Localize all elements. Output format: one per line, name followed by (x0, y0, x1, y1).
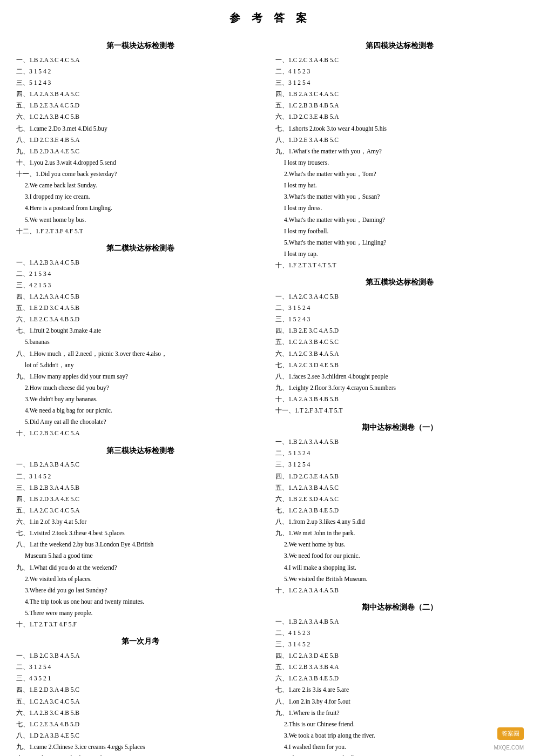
answer-line: 一、1.B 2.A 3.A 4.B 5.A (275, 616, 524, 627)
answer-line: 4.Here is a postcard from Lingling. (25, 202, 265, 213)
answer-line: 七、1.shorts 2.took 3.to wear 4.bought 5.h… (275, 123, 524, 134)
answer-line: 十、1.you 2.us 3.wait 4.dropped 5.send (16, 157, 265, 168)
answer-line: 九、1.What did you do at the weekend? (16, 562, 265, 573)
answer-line: 九、1.eighty 2.floor 3.forty 4.crayon 5.nu… (275, 382, 524, 393)
answer-line: 5.There is a crayon on the floor. (284, 753, 524, 756)
answer-line: 二、3 1 2 5 4 (16, 662, 265, 672)
answer-line: 三、4 3 5 2 1 (16, 673, 265, 684)
answer-line: 十一、1.Did you come back yesterday? (16, 168, 265, 179)
watermark-url: MXQE.COM (494, 745, 524, 751)
answer-line: 2.We went home by bus. (284, 539, 524, 550)
answer-line: lot of 5.didn't，any (25, 360, 265, 370)
answer-line: 3.Where did you go last Sunday? (25, 585, 265, 596)
left-column: 第一模块达标检测卷一、1.B 2.A 3.C 4.C 5.A二、3 1 5 4 … (16, 34, 265, 756)
watermark-badge: 答案圈 (497, 727, 524, 740)
answer-line: 八、1.D 2.A 3.B 4.E 5.C (16, 730, 265, 741)
answer-line: 3.We didn't buy any bananas. (25, 394, 265, 404)
section-title: 期中达标检测卷（一） (275, 421, 524, 434)
section-title: 第三模块达标检测卷 (16, 444, 265, 457)
answer-line: 十、1.A 2.A 3.B 4.B 5.B (275, 394, 524, 404)
answer-line: 六、1.C 2.A 3.B 4.C 5.B (16, 111, 265, 122)
answer-line: 五、1.B 2.E 3.A 4.C 5.D (16, 100, 265, 111)
answer-line: 七、1.C 2.E 3.A 4.B 5.D (16, 719, 265, 730)
answer-line: 八、1.from 2.up 3.likes 4.any 5.did (275, 516, 524, 527)
answer-line: 八、1.faces 2.see 3.children 4.bought peop… (275, 371, 524, 382)
answer-line: 5.Did Amy eat all the chocolate? (25, 416, 265, 427)
answer-line: 三、5 1 2 4 3 (16, 77, 265, 88)
answer-line: 四、1.B 2.A 3.C 4.A 5.C (275, 89, 524, 99)
answer-line: 七、1.came 2.Do 3.met 4.Did 5.buy (16, 123, 265, 134)
page-title: 参 考 答 案 (16, 11, 524, 25)
answer-line: 4.I will make a shopping list. (284, 562, 524, 573)
section-title: 第一模块达标检测卷 (16, 39, 265, 52)
answer-line: 十、1.T 2.T 3.T 4.F 5.F (16, 619, 265, 630)
section-title: 第一次月考 (16, 635, 265, 648)
answer-line: 九、1.B 2.D 3.A 4.E 5.C (16, 146, 265, 157)
answer-line: 九、1.Where is the fruit? (275, 707, 524, 718)
answer-line: 十、1.C 2.B 3.C 4.C 5.A (16, 428, 265, 438)
answer-line: 五、1.A 2.C 3.C 4.C 5.A (16, 505, 265, 516)
answer-line: 一、1.A 2.C 3.A 4.C 5.B (275, 291, 524, 302)
answer-line: 六、1.D 2.C 3.E 4.B 5.A (275, 111, 524, 122)
answer-line: 四、1.B 2.D 3.A 4.E 5.C (16, 494, 265, 504)
answer-line: 八、1.at the weekend 2.by bus 3.London Eye… (16, 539, 265, 550)
answer-line: 2.This is our Chinese friend. (284, 719, 524, 730)
answer-line: Museum 5.had a good time (25, 550, 265, 561)
answer-line: 十、1.Did you come back yesterday? (16, 753, 265, 756)
answer-line: I lost my football. (284, 226, 524, 237)
answer-line: 4.I washed them for you. (284, 741, 524, 752)
answer-line: 二、4 1 5 2 3 (275, 627, 524, 638)
answer-line: 二、5 1 3 2 4 (275, 448, 524, 458)
answer-line: I lost my trousers. (284, 157, 524, 168)
right-column: 第四模块达标检测卷一、1.C 2.C 3.A 4.B 5.C二、4 1 5 2 … (275, 34, 524, 756)
answer-line: 七、1.visited 2.took 3.these 4.best 5.plac… (16, 528, 265, 538)
answer-line: 4.What's the matter with you，Daming? (284, 214, 524, 225)
answer-line: 八、1.D 2.E 3.A 4.B 5.C (275, 134, 524, 145)
answer-line: 三、1.B 2.B 3.A 4.A 5.B (16, 482, 265, 493)
answer-line: 5.There were many people. (25, 608, 265, 618)
answer-line: I lost my hat. (284, 180, 524, 191)
answer-line: 5.We visited the British Museum. (284, 573, 524, 584)
answer-line: 十一、1.T 2.F 3.T 4.T 5.T (275, 405, 524, 416)
answer-line: 5.We went home by bus. (25, 214, 265, 225)
answer-line: 十、1.F 2.T 3.T 4.T 5.T (275, 260, 524, 271)
answer-line: 四、1.A 2.A 3.A 4.C 5.B (16, 291, 265, 302)
answer-line: 五、1.A 2.A 3.B 4.A 5.C (275, 482, 524, 493)
answer-line: 3.We took a boat trip along the river. (284, 730, 524, 741)
answer-line: 2.We visited lots of places. (25, 573, 265, 584)
answer-line: 四、1.B 2.E 3.C 4.A 5.D (275, 325, 524, 336)
answer-line: 七、1.C 2.A 3.B 4.E 5.D (275, 505, 524, 516)
answer-line: 一、1.B 2.C 3.B 4.A 5.A (16, 650, 265, 661)
answer-line: 七、1.fruit 2.bought 3.make 4.ate (16, 325, 265, 336)
answer-line: 5.What's the matter with you，Lingling? (284, 237, 524, 248)
answer-line: 五、1.C 2.B 3.A 3.B 4.A (275, 662, 524, 672)
answer-line: 四、1.A 2.A 3.B 4.A 5.C (16, 89, 265, 99)
answer-line: I lost my cap. (284, 248, 524, 259)
answer-line: 六、1.A 2.B 3.C 4.B 5.B (16, 707, 265, 718)
answer-line: 五、1.C 2.B 3.B 4.B 5.A (275, 100, 524, 111)
answer-line: 十、1.C 2.A 3.A 4.A 5.B (275, 585, 524, 596)
section-title: 第五模块达标检测卷 (275, 276, 524, 289)
answer-line: 九、1.How many apples did your mum say? (16, 371, 265, 382)
answer-line: 3.I dropped my ice cream. (25, 191, 265, 202)
answer-line: 六、1.B 2.E 3.D 4.A 5.C (275, 494, 524, 504)
answer-line: 一、1.B 2.A 3.C 4.C 5.A (16, 55, 265, 65)
section-title: 期中达标检测卷（二） (275, 601, 524, 614)
answer-line: 八、1.on 2.in 3.by 4.for 5.out (275, 696, 524, 707)
answer-line: 三、3 1 2 5 4 (275, 77, 524, 88)
answer-line: 九、1.came 2.Chinese 3.ice creams 4.eggs 5… (16, 741, 265, 752)
answer-line: 二、2 1 5 3 4 (16, 268, 265, 279)
answer-line: 九、1.What's the matter with you，Amy? (275, 146, 524, 157)
answer-line: 六、1.C 2.A 3.B 4.E 5.D (275, 673, 524, 684)
answer-line: 八、1.D 2.C 3.E 4.B 5.A (16, 134, 265, 145)
section-title: 第二模块达标检测卷 (16, 242, 265, 255)
answer-line: 三、3 1 2 5 4 (275, 459, 524, 470)
answer-line: 三、1 5 2 4 3 (275, 314, 524, 325)
answer-line: 2.How much cheese did you buy? (25, 382, 265, 393)
answer-line: 七、1.are 2.is 3.is 4.are 5.are (275, 684, 524, 695)
answer-line: I lost my dress. (284, 202, 524, 213)
answer-line: 二、4 1 5 2 3 (275, 66, 524, 77)
answer-line: 3.What's the matter with you，Susan? (284, 191, 524, 202)
answer-line: 一、1.B 2.A 3.A 4.A 5.B (275, 436, 524, 447)
answer-line: 四、1.D 2.C 3.E 4.A 5.B (275, 471, 524, 482)
